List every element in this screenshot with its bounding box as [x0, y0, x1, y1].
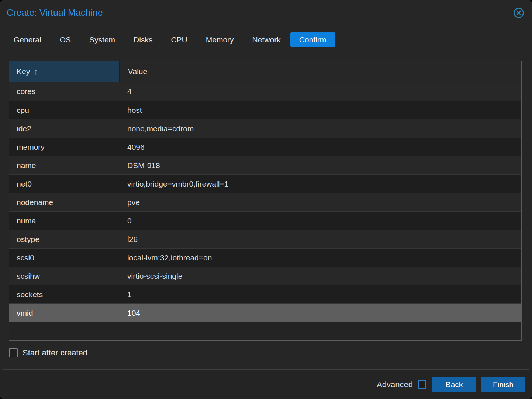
value-cell: pve: [119, 193, 521, 211]
wizard-tab-bar: GeneralOSSystemDisksCPUMemoryNetworkConf…: [4, 31, 528, 48]
tab-memory[interactable]: Memory: [197, 32, 243, 47]
table-row[interactable]: cpuhost: [9, 101, 521, 119]
table-row[interactable]: sockets1: [9, 285, 521, 303]
tab-network[interactable]: Network: [243, 32, 290, 47]
sort-ascending-icon: ↑: [34, 67, 38, 76]
table-row[interactable]: scsi0local-lvm:32,iothread=on: [9, 248, 521, 267]
footer-bar: Advanced Back Finish: [0, 370, 532, 399]
value-cell: 104: [119, 304, 521, 322]
column-header-value[interactable]: Value: [119, 61, 521, 82]
finish-button[interactable]: Finish: [481, 377, 525, 392]
value-cell: 0: [119, 212, 521, 230]
key-cell: memory: [9, 138, 119, 156]
column-header-value-label: Value: [128, 67, 147, 76]
table-row[interactable]: memory4096: [9, 138, 521, 156]
key-cell: cores: [9, 82, 119, 101]
confirm-panel: Key ↑ Value cores4cpuhostide2none,media=…: [3, 53, 529, 370]
title-bar: Create: Virtual Machine: [0, 0, 532, 30]
key-cell: scsihw: [9, 267, 119, 285]
start-after-created-label: Start after created: [23, 348, 87, 358]
value-cell: host: [119, 101, 521, 119]
key-cell: ide2: [9, 119, 119, 138]
back-button[interactable]: Back: [432, 377, 476, 392]
tab-disks[interactable]: Disks: [124, 32, 162, 47]
value-cell: 1: [119, 285, 521, 303]
table-row[interactable]: ostypel26: [9, 230, 521, 248]
column-header-key-label: Key: [17, 67, 30, 76]
grid-header: Key ↑ Value: [9, 61, 521, 82]
table-row[interactable]: scsihwvirtio-scsi-single: [9, 267, 521, 285]
grid-body: cores4cpuhostide2none,media=cdrommemory4…: [9, 82, 521, 340]
key-cell: nodename: [9, 193, 119, 211]
advanced-label: Advanced: [377, 380, 413, 389]
start-after-created-checkbox[interactable]: [9, 348, 18, 357]
settings-grid: Key ↑ Value cores4cpuhostide2none,media=…: [9, 61, 522, 341]
value-cell: none,media=cdrom: [119, 119, 521, 138]
dialog-title: Create: Virtual Machine: [7, 7, 103, 18]
value-cell: 4: [119, 82, 521, 101]
key-cell: vmid: [9, 304, 119, 322]
key-cell: cpu: [9, 101, 119, 119]
key-cell: name: [9, 156, 119, 174]
table-row[interactable]: nameDSM-918: [9, 156, 521, 174]
value-cell: virtio-scsi-single: [119, 267, 521, 285]
advanced-checkbox[interactable]: [418, 380, 426, 389]
table-row[interactable]: ide2none,media=cdrom: [9, 119, 521, 138]
value-cell: virtio,bridge=vmbr0,firewall=1: [119, 175, 521, 193]
tab-general[interactable]: General: [4, 32, 51, 47]
create-vm-dialog: Create: Virtual Machine GeneralOSSystemD…: [0, 0, 532, 399]
close-button[interactable]: [513, 8, 525, 20]
key-cell: scsi0: [9, 249, 119, 267]
value-cell: l26: [119, 230, 521, 248]
key-cell: numa: [9, 212, 119, 230]
tab-system[interactable]: System: [80, 32, 124, 47]
key-cell: ostype: [9, 230, 119, 248]
value-cell: DSM-918: [119, 156, 521, 174]
table-row[interactable]: numa0: [9, 211, 521, 230]
empty-row: [9, 322, 521, 340]
key-cell: net0: [9, 175, 119, 193]
tab-os[interactable]: OS: [51, 32, 80, 47]
close-icon: [513, 7, 525, 20]
table-row[interactable]: net0virtio,bridge=vmbr0,firewall=1: [9, 174, 521, 193]
value-cell: local-lvm:32,iothread=on: [119, 249, 521, 267]
table-row[interactable]: vmid104: [9, 303, 521, 322]
table-row[interactable]: nodenamepve: [9, 193, 521, 211]
tab-confirm[interactable]: Confirm: [290, 32, 336, 47]
table-row[interactable]: cores4: [9, 82, 521, 101]
value-cell: 4096: [119, 138, 521, 156]
start-after-created-option: Start after created: [9, 348, 87, 358]
column-header-key[interactable]: Key ↑: [9, 61, 119, 82]
tab-cpu[interactable]: CPU: [162, 32, 196, 47]
key-cell: sockets: [9, 285, 119, 303]
